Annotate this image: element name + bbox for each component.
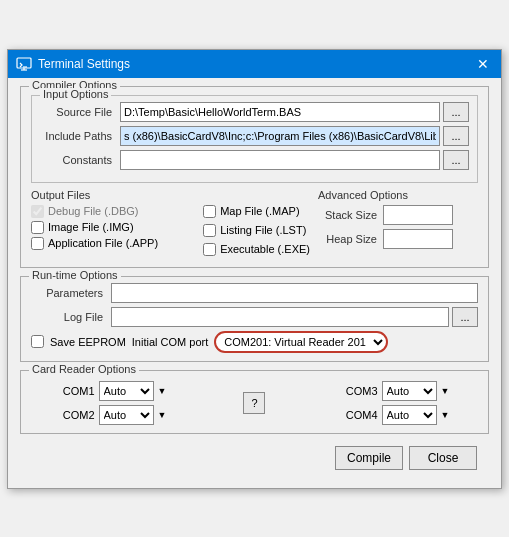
listing-file-row: Listing File (.LST): [203, 224, 310, 237]
executable-label: Executable (.EXE): [220, 243, 310, 255]
log-file-browse-button[interactable]: ...: [452, 307, 478, 327]
app-file-row: Application File (.APP): [31, 237, 195, 250]
listing-file-checkbox[interactable]: [203, 224, 216, 237]
output-files-label: Output Files: [31, 189, 195, 201]
include-paths-label: Include Paths: [40, 130, 120, 142]
card-reader-inner: COM1 AutoCOM1None ▼ COM2 AutoCOM1None ▼: [31, 381, 478, 425]
initial-com-port-select[interactable]: COM201: Virtual Reader 201 COM1 COM2: [214, 331, 388, 353]
dialog-title: Terminal Settings: [38, 57, 130, 71]
parameters-input[interactable]: [111, 283, 478, 303]
log-file-row: Log File ...: [31, 307, 478, 327]
compile-button[interactable]: Compile: [335, 446, 403, 470]
compiler-options-group: Compiler Options Input Options Source Fi…: [20, 86, 489, 268]
listing-file-label: Listing File (.LST): [220, 224, 306, 236]
runtime-options-group: Run-time Options Parameters Log File ...…: [20, 276, 489, 362]
source-file-browse-button[interactable]: ...: [443, 102, 469, 122]
executable-row: Executable (.EXE): [203, 243, 310, 256]
constants-row: Constants ...: [40, 150, 469, 170]
include-paths-input[interactable]: [120, 126, 440, 146]
com4-select[interactable]: AutoCOM1None: [382, 405, 437, 425]
stack-size-label: Stack Size: [318, 209, 383, 221]
com2-chevron-icon: ▼: [158, 410, 167, 420]
com4-label: COM4: [343, 409, 378, 421]
help-icon: ?: [251, 397, 257, 409]
stack-size-row: Stack Size: [318, 205, 478, 225]
debug-file-checkbox[interactable]: [31, 205, 44, 218]
app-file-checkbox[interactable]: [31, 237, 44, 250]
com4-row: COM4 AutoCOM1None ▼: [343, 405, 450, 425]
title-bar: Terminal Settings ✕: [8, 50, 501, 78]
heap-size-label: Heap Size: [318, 233, 383, 245]
source-file-row: Source File ...: [40, 102, 469, 122]
image-file-label: Image File (.IMG): [48, 221, 134, 233]
com1-select[interactable]: AutoCOM1None: [99, 381, 154, 401]
com1-row: COM1 AutoCOM1None ▼: [60, 381, 167, 401]
com3-row: COM3 AutoCOM1None ▼: [343, 381, 450, 401]
title-bar-left: Terminal Settings: [16, 56, 130, 72]
dialog-close-button[interactable]: Close: [409, 446, 477, 470]
image-file-checkbox[interactable]: [31, 221, 44, 234]
com3-chevron-icon: ▼: [441, 386, 450, 396]
output-files-col2: Map File (.MAP) Listing File (.LST) Exec…: [203, 189, 310, 259]
heap-size-input[interactable]: [383, 229, 453, 249]
source-file-label: Source File: [40, 106, 120, 118]
terminal-icon: [16, 56, 32, 72]
com2-row: COM2 AutoCOM1None ▼: [60, 405, 167, 425]
advanced-options-label: Advanced Options: [318, 189, 478, 201]
include-paths-browse-button[interactable]: ...: [443, 126, 469, 146]
heap-size-row: Heap Size: [318, 229, 478, 249]
log-file-label: Log File: [31, 311, 111, 323]
com-right-col: COM3 AutoCOM1None ▼ COM4 AutoCOM1None ▼: [343, 381, 450, 425]
save-eeprom-label: Save EEPROM: [50, 336, 126, 348]
map-file-row: Map File (.MAP): [203, 205, 310, 218]
card-reader-options-label: Card Reader Options: [29, 363, 139, 375]
constants-input[interactable]: [120, 150, 440, 170]
com1-chevron-icon: ▼: [158, 386, 167, 396]
output-files-col: Output Files Debug File (.DBG) Image Fil…: [31, 189, 195, 259]
com-port-container: COM201: Virtual Reader 201 COM1 COM2: [214, 331, 478, 353]
output-advanced-row: Output Files Debug File (.DBG) Image Fil…: [31, 189, 478, 259]
help-button[interactable]: ?: [243, 392, 265, 414]
com2-label: COM2: [60, 409, 95, 421]
com4-chevron-icon: ▼: [441, 410, 450, 420]
com-left-col: COM1 AutoCOM1None ▼ COM2 AutoCOM1None ▼: [60, 381, 167, 425]
com2-select[interactable]: AutoCOM1None: [99, 405, 154, 425]
constants-browse-button[interactable]: ...: [443, 150, 469, 170]
parameters-label: Parameters: [31, 287, 111, 299]
app-file-label: Application File (.APP): [48, 237, 158, 249]
source-file-input[interactable]: [120, 102, 440, 122]
runtime-options-label: Run-time Options: [29, 269, 121, 281]
map-file-label: Map File (.MAP): [220, 205, 299, 217]
card-reader-options-group: Card Reader Options COM1 AutoCOM1None ▼ …: [20, 370, 489, 434]
image-file-row: Image File (.IMG): [31, 221, 195, 234]
com3-label: COM3: [343, 385, 378, 397]
dialog-content: Compiler Options Input Options Source Fi…: [8, 78, 501, 488]
save-eeprom-checkbox[interactable]: [31, 335, 44, 348]
debug-file-label: Debug File (.DBG): [48, 205, 138, 217]
executable-checkbox[interactable]: [203, 243, 216, 256]
terminal-settings-dialog: Terminal Settings ✕ Compiler Options Inp…: [7, 49, 502, 489]
initial-com-label: Initial COM port: [132, 336, 208, 348]
debug-file-row: Debug File (.DBG): [31, 205, 195, 218]
com1-label: COM1: [60, 385, 95, 397]
constants-label: Constants: [40, 154, 120, 166]
parameters-row: Parameters: [31, 283, 478, 303]
stack-size-input[interactable]: [383, 205, 453, 225]
input-options-label: Input Options: [40, 88, 111, 100]
map-file-checkbox[interactable]: [203, 205, 216, 218]
log-file-input[interactable]: [111, 307, 449, 327]
advanced-options-col: Advanced Options Stack Size Heap Size: [318, 189, 478, 259]
com3-select[interactable]: AutoCOM1None: [382, 381, 437, 401]
include-paths-row: Include Paths ...: [40, 126, 469, 146]
save-eeprom-com-row: Save EEPROM Initial COM port COM201: Vir…: [31, 331, 478, 353]
footer: Compile Close: [20, 442, 489, 478]
input-options-group: Input Options Source File ... Include Pa…: [31, 95, 478, 183]
close-title-button[interactable]: ✕: [473, 54, 493, 74]
